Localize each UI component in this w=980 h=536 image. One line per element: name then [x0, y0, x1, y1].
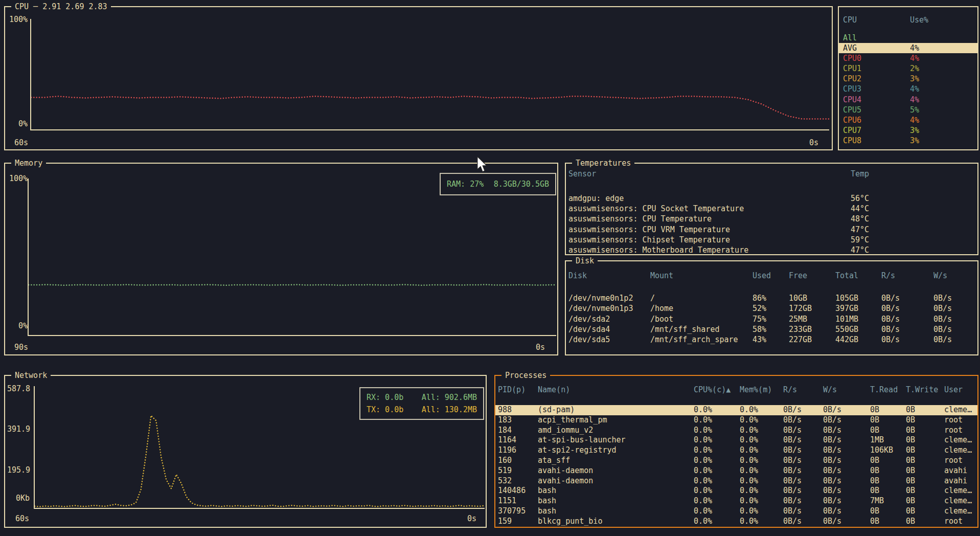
process-total-read: 0B [870, 415, 906, 426]
cpu-legend-row[interactable]: CPU2 3% [839, 74, 977, 84]
process-total-read: 0B [870, 506, 906, 517]
column-header[interactable]: Mem%(m) [740, 385, 783, 395]
cpu-legend-row[interactable]: CPU6 4% [839, 115, 977, 125]
network-panel[interactable]: Network 587.8 391.9 195.9 0Kb 60s 0s RX:… [4, 375, 487, 528]
cpu-legend-row[interactable]: CPU8 3% [839, 136, 977, 146]
cpu-core-label: CPU6 [843, 115, 910, 125]
process-row[interactable]: 370795 bash 0.0% 0.0% 0B/s 0B/s 0B 0B cl… [495, 506, 977, 517]
process-user: cleme… [944, 445, 977, 456]
disk-row[interactable]: /dev/sda2 /boot 75% 25MB 101MB 0B/s 0B/s [566, 314, 977, 324]
column-header[interactable]: T.Write [906, 385, 944, 395]
process-user: cleme… [944, 405, 977, 415]
column-header[interactable]: User [944, 385, 977, 395]
column-header[interactable]: T.Read [870, 385, 906, 395]
process-row[interactable]: 183 acpi_thermal_pm 0.0% 0.0% 0B/s 0B/s … [495, 415, 977, 426]
sensor-temp: 48°C [851, 214, 977, 224]
process-row[interactable]: 1151 bash 0.0% 0.0% 0B/s 0B/s 7MB 0B cle… [495, 496, 977, 506]
process-pid: 988 [498, 405, 538, 415]
temperature-row[interactable]: asuswmisensors: CPU Temperature 48°C [566, 214, 977, 224]
disk-panel[interactable]: Disk DiskMountUsedFreeTotalR/sW/s /dev/n… [565, 260, 978, 355]
process-row[interactable]: 532 avahi-daemon 0.0% 0.0% 0B/s 0B/s 0B … [495, 476, 977, 486]
disk-total: 397GB [835, 303, 881, 314]
cpu-legend-row[interactable]: CPU4 4% [839, 95, 977, 105]
cpu-core-label: CPU5 [843, 105, 910, 115]
cpu-core-label: CPU4 [843, 95, 910, 105]
process-row[interactable]: 1164 at-spi-bus-launcher 0.0% 0.0% 0B/s … [495, 435, 977, 445]
memory-y-max-label: 100% [5, 173, 28, 184]
mouse-cursor [476, 157, 488, 173]
temperature-row[interactable]: asuswmisensors: Motherboard Temperature … [566, 245, 977, 255]
process-read-rate: 0B/s [783, 445, 823, 456]
process-row[interactable]: 160 ata_sff 0.0% 0.0% 0B/s 0B/s 0B 0B ro… [495, 456, 977, 466]
process-name: at-spi2-registryd [538, 445, 694, 456]
process-total-read: 0B [870, 426, 906, 436]
sensor-temp: 47°C [851, 225, 977, 235]
disk-device: /dev/sda5 [568, 334, 650, 345]
temperature-row[interactable]: amdgpu: edge 56°C [566, 193, 977, 204]
process-total-read: 0B [870, 456, 906, 466]
process-write-rate: 0B/s [823, 517, 870, 527]
column-header[interactable]: R/s [783, 385, 823, 395]
disk-mount: /home [650, 303, 753, 314]
process-total-read: 7MB [870, 496, 906, 506]
process-pid: 159 [498, 517, 538, 527]
process-user: cleme… [944, 486, 977, 496]
btm-system-monitor: { "cpu_panel": { "title": "CPU ─ 2.91 2.… [0, 0, 980, 536]
temperatures-panel[interactable]: Temperatures SensorTemp amdgpu: edge 56°… [565, 163, 978, 255]
process-row[interactable]: 988 (sd-pam) 0.0% 0.0% 0B/s 0B/s 0B 0B c… [495, 405, 977, 415]
memory-panel[interactable]: Memory 100% 0% 90s 0s RAM: 27% 8.3GB/30.… [4, 163, 558, 355]
cpu-legend-row[interactable]: CPU0 4% [839, 53, 977, 63]
process-cpu: 0.0% [694, 435, 740, 445]
processes-panel[interactable]: Processes PID(p)Name(n)CPU%(c)▲Mem%(m)R/… [494, 375, 978, 528]
process-write-rate: 0B/s [823, 415, 870, 426]
temperature-row[interactable]: asuswmisensors: Chipset Temperature 59°C [566, 235, 977, 245]
process-user: root [944, 415, 977, 426]
process-write-rate: 0B/s [823, 486, 870, 496]
process-mem: 0.0% [740, 486, 783, 496]
disk-row[interactable]: /dev/sda5 /mnt/sff_arch_spare 43% 227GB … [566, 334, 977, 345]
cpu-panel[interactable]: CPU ─ 2.91 2.69 2.83 100% 0% 60s 0s [4, 6, 833, 150]
process-row[interactable]: 184 amd_iommu_v2 0.0% 0.0% 0B/s 0B/s 0B … [495, 426, 977, 436]
cpu-legend-row[interactable]: All [839, 33, 977, 43]
process-row[interactable]: 1196 at-spi2-registryd 0.0% 0.0% 0B/s 0B… [495, 445, 977, 456]
tx-total: All: 130.2MB [422, 404, 477, 416]
process-pid: 1196 [498, 445, 538, 456]
disk-row[interactable]: /dev/nvme0n1p3 /home 52% 172GB 397GB 0B/… [566, 303, 977, 314]
process-mem: 0.0% [740, 445, 783, 456]
process-row[interactable]: 519 avahi-daemon 0.0% 0.0% 0B/s 0B/s 0B … [495, 466, 977, 476]
disk-used: 43% [753, 334, 789, 345]
rx-total: All: 902.6MB [422, 391, 477, 404]
sensor-name: asuswmisensors: CPU Temperature [568, 214, 851, 224]
process-user: root [944, 456, 977, 466]
cpu-legend-row[interactable]: CPU1 2% [839, 63, 977, 74]
cpu-core-usage: 2% [910, 63, 977, 74]
column-header[interactable]: CPU%(c)▲ [694, 385, 740, 395]
cpu-legend-row[interactable]: AVG 4% [839, 43, 977, 53]
column-header[interactable]: Name(n) [538, 385, 694, 395]
process-read-rate: 0B/s [783, 486, 823, 496]
column-header[interactable]: PID(p) [498, 385, 538, 395]
column-header[interactable]: W/s [823, 385, 870, 395]
processes-header[interactable]: PID(p)Name(n)CPU%(c)▲Mem%(m)R/sW/sT.Read… [495, 385, 977, 395]
process-read-rate: 0B/s [783, 506, 823, 517]
temperature-row[interactable]: asuswmisensors: CPU VRM Temperature 47°C [566, 225, 977, 235]
cpu-legend-row[interactable]: CPU3 4% [839, 84, 977, 94]
process-mem: 0.0% [740, 517, 783, 527]
temperature-row[interactable]: asuswmisensors: CPU Socket Temperature 4… [566, 204, 977, 214]
disk-write-rate: 0B/s [933, 324, 977, 334]
process-read-rate: 0B/s [783, 496, 823, 506]
cpu-legend-panel[interactable]: CPUUse% All AVG 4% CPU0 4% CPU1 2% CPU2 … [838, 6, 978, 150]
process-user: root [944, 426, 977, 436]
process-total-read: 1MB [870, 435, 906, 445]
temperatures-rows: amdgpu: edge 56°C asuswmisensors: CPU So… [566, 193, 977, 255]
process-name: at-spi-bus-launcher [538, 435, 694, 445]
process-row[interactable]: 140486 bash 0.0% 0.0% 0B/s 0B/s 0B 0B cl… [495, 486, 977, 496]
process-pid: 1164 [498, 435, 538, 445]
memory-history-chart [28, 178, 556, 336]
disk-row[interactable]: /dev/sda4 /mnt/sff_shared 58% 233GB 550G… [566, 324, 977, 334]
cpu-legend-row[interactable]: CPU5 5% [839, 105, 977, 115]
process-row[interactable]: 159 blkcg_punt_bio 0.0% 0.0% 0B/s 0B/s 0… [495, 517, 977, 527]
cpu-legend-row[interactable]: CPU7 3% [839, 125, 977, 136]
cpu-history-chart [30, 19, 829, 130]
disk-row[interactable]: /dev/nvme0n1p2 / 86% 10GB 105GB 0B/s 0B/… [566, 293, 977, 303]
